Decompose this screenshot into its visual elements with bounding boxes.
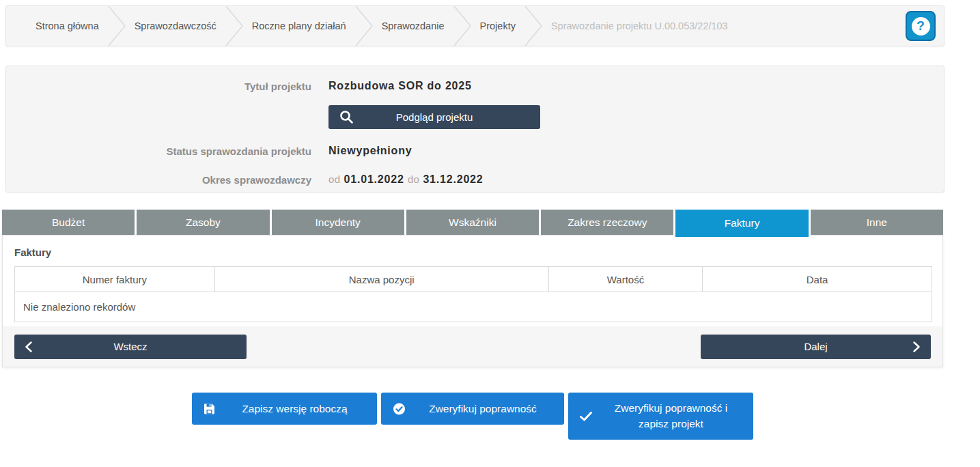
column-header-value: Wartość — [548, 267, 703, 292]
tab-zakres-rzeczowy[interactable]: Zakres rzeczowy — [541, 210, 673, 235]
question-mark-icon: ? — [912, 17, 930, 36]
chevron-separator-icon — [355, 6, 373, 46]
tab-budzet[interactable]: Budżet — [2, 210, 135, 235]
breadcrumb: Strona główna Sprawozdawczość Roczne pla… — [5, 5, 944, 46]
invoices-table-header-row: Numer faktury Nazwa pozycji Wartość Data — [15, 267, 932, 292]
column-header-invoice-number: Numer faktury — [15, 267, 215, 292]
invoices-heading: Faktury — [14, 246, 942, 258]
breadcrumb-current-page: Sprawozdanie projektu U.00.053/22/103 — [542, 20, 737, 31]
invoices-table: Numer faktury Nazwa pozycji Wartość Data… — [14, 266, 932, 322]
period-from-date: 01.01.2022 — [344, 173, 404, 185]
chevron-separator-icon — [453, 6, 471, 46]
next-button-label: Dalej — [804, 341, 827, 352]
project-title-value: Rozbudowa SOR do 2025 — [328, 80, 472, 92]
chevron-right-icon — [913, 341, 920, 352]
chevron-separator-icon — [108, 6, 126, 46]
breadcrumb-item-projects[interactable]: Projekty — [471, 20, 524, 31]
save-icon — [204, 403, 215, 414]
check-icon — [580, 412, 592, 421]
save-draft-button-label: Zapisz wersję roboczą — [242, 403, 347, 415]
verify-and-save-button-label: Zweryfikuj poprawność i zapisz projekt — [601, 401, 741, 431]
period-to-word: do — [408, 173, 419, 185]
back-button-label: Wstecz — [113, 341, 147, 352]
save-draft-button[interactable]: Zapisz wersję roboczą — [192, 393, 377, 425]
report-status-label: Status sprawozdania projektu — [6, 145, 311, 157]
breadcrumb-item-home[interactable]: Strona główna — [27, 20, 108, 31]
verify-button-label: Zweryfikuj poprawność — [429, 403, 537, 415]
reporting-period-label: Okres sprawozdawczy — [6, 174, 311, 186]
tab-wskazniki[interactable]: Wskaźniki — [406, 210, 539, 235]
no-records-message: Nie znaleziono rekordów — [15, 292, 932, 322]
chevron-separator-icon — [225, 6, 243, 46]
report-section-tabs: Budżet Zasoby Incydenty Wskaźniki Zakres… — [2, 210, 943, 235]
column-header-date: Data — [703, 267, 932, 292]
verify-button[interactable]: Zweryfikuj poprawność — [381, 393, 564, 425]
tab-inne[interactable]: Inne — [811, 210, 943, 235]
search-icon — [339, 110, 354, 124]
column-header-item-name: Nazwa pozycji — [214, 267, 548, 292]
next-button[interactable]: Dalej — [701, 335, 931, 359]
back-button[interactable]: Wstecz — [14, 335, 247, 359]
pagination-footer: Wstecz Dalej — [3, 326, 942, 367]
verify-and-save-button[interactable]: Zweryfikuj poprawność i zapisz projekt — [568, 393, 753, 440]
breadcrumb-item-report[interactable]: Sprawozdanie — [373, 20, 453, 31]
report-status-value: Niewypełniony — [328, 145, 412, 157]
breadcrumb-item-reporting[interactable]: Sprawozdawczość — [126, 20, 225, 31]
chevron-left-icon — [25, 341, 32, 352]
period-to-date: 31.12.2022 — [423, 173, 483, 185]
project-info-panel: Tytuł projektu Rozbudowa SOR do 2025 Pod… — [5, 66, 944, 193]
tab-incydenty[interactable]: Incydenty — [272, 210, 404, 235]
project-title-label: Tytuł projektu — [6, 81, 311, 92]
period-from-word: od — [328, 173, 340, 185]
chevron-separator-icon — [524, 6, 542, 46]
reporting-period-value: od 01.01.2022 do 31.12.2022 — [328, 173, 484, 186]
check-circle-icon — [393, 402, 406, 415]
tab-zasoby[interactable]: Zasoby — [137, 210, 269, 235]
project-preview-button-label: Podgląd projektu — [396, 111, 473, 123]
project-preview-button[interactable]: Podgląd projektu — [328, 105, 540, 129]
invoices-panel: Faktury Numer faktury Nazwa pozycji Wart… — [2, 235, 943, 367]
form-actions: Zapisz wersję roboczą Zweryfikuj poprawn… — [2, 393, 943, 440]
help-button[interactable]: ? — [906, 11, 936, 41]
empty-state-row: Nie znaleziono rekordów — [15, 292, 932, 322]
tab-faktury[interactable]: Faktury — [675, 210, 808, 237]
breadcrumb-item-annual-plans[interactable]: Roczne plany działań — [243, 20, 355, 31]
